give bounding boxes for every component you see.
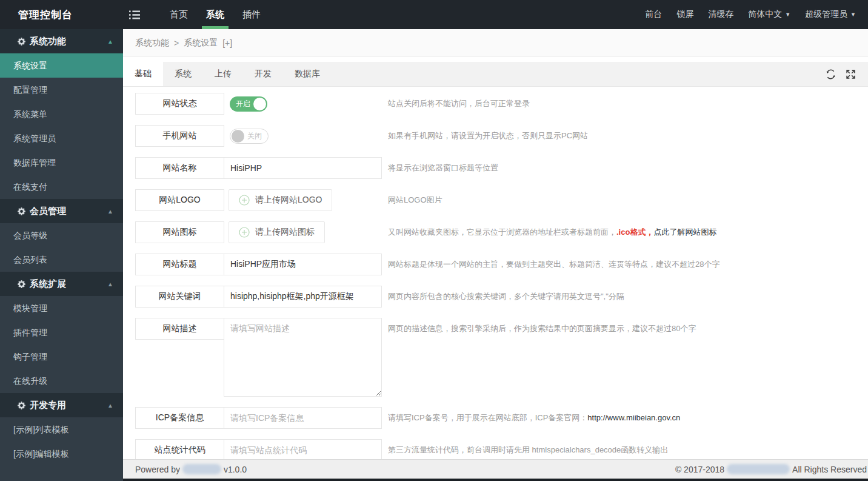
settings-form: 网站状态开启站点关闭后将不能访问，后台可正常登录手机网站关闭如果有手机网站，请设… (123, 87, 868, 459)
text-input[interactable] (224, 407, 382, 429)
field-help: 第三方流量统计代码，前台调用时请先用 htmlspecialchars_deco… (388, 439, 856, 459)
text-input[interactable] (224, 157, 382, 179)
help-link[interactable]: http://www.miibeian.gov.cn (587, 412, 680, 423)
page-footer: Powered by v1.0.0 © 2017-2018 All Rights… (123, 459, 868, 479)
menu-toggle-button[interactable] (123, 0, 146, 29)
upload-button-label: 请上传网站LOGO (255, 195, 322, 206)
toggle-switch[interactable]: 开启 (230, 96, 267, 112)
field-label: 网站描述 (135, 318, 224, 340)
text-input[interactable] (224, 254, 382, 275)
field-control (224, 439, 388, 459)
list-icon (129, 10, 140, 19)
nav-item-0[interactable]: 首页 (161, 0, 197, 29)
censored-blob (182, 464, 221, 474)
textarea-input[interactable] (224, 318, 382, 397)
sidebar-item-2-2[interactable]: 钩子管理 (0, 345, 123, 369)
tab-bar: 基础系统上传开发数据库 (123, 62, 868, 87)
sidebar-item-0-1[interactable]: 配置管理 (0, 78, 123, 102)
user-nav-item-1[interactable]: 锁屏 (669, 0, 701, 29)
help-link[interactable]: 点此了解网站图标 (653, 227, 716, 238)
sidebar-item-2-3[interactable]: 在线升级 (0, 369, 123, 393)
user-nav-item-4[interactable]: 超级管理员▼ (798, 0, 863, 29)
text-input[interactable] (224, 439, 382, 459)
upload-button[interactable]: 请上传网站LOGO (229, 189, 332, 211)
field-control: 请上传网站图标 (224, 221, 388, 243)
breadcrumb-parent[interactable]: 系统功能 (135, 38, 169, 49)
sidebar-item-0-4[interactable]: 数据库管理 (0, 150, 123, 175)
plus-circle-icon (239, 227, 250, 238)
field-label: ICP备案信息 (135, 407, 224, 429)
tab-4[interactable]: 数据库 (283, 62, 332, 86)
breadcrumb-add-tab-button[interactable]: [+] (222, 38, 232, 48)
sidebar-item-0-0[interactable]: 系统设置 (0, 53, 123, 78)
field-control (224, 254, 388, 275)
tabs-list: 基础系统上传开发数据库 (123, 62, 332, 86)
nav-item-2[interactable]: 插件 (233, 0, 270, 29)
refresh-button[interactable] (826, 69, 836, 79)
gear-icon (18, 38, 25, 45)
sidebar-item-0-5[interactable]: 在线支付 (0, 175, 123, 199)
gear-icon (18, 280, 25, 288)
user-nav-item-2[interactable]: 清缓存 (701, 0, 741, 29)
form-row-0: 网站状态开启站点关闭后将不能访问，后台可正常登录 (135, 93, 856, 115)
field-control: 请上传网站LOGO (224, 189, 388, 211)
form-row-2: 网站名称将显示在浏览器窗口标题等位置 (135, 157, 856, 179)
help-text: 如果有手机网站，请设置为开启状态，否则只显示PC网站 (388, 130, 588, 141)
nav-item-1[interactable]: 系统 (197, 0, 233, 29)
gear-icon (18, 207, 25, 215)
tab-1[interactable]: 系统 (163, 62, 203, 86)
field-label: 网站图标 (135, 221, 224, 243)
field-help: 站点关闭后将不能访问，后台可正常登录 (388, 93, 856, 115)
sidebar-item-0-2[interactable]: 系统菜单 (0, 102, 123, 126)
tab-3[interactable]: 开发 (243, 62, 283, 86)
sidebar-item-3-1[interactable]: [示例]编辑模板 (0, 442, 123, 466)
sidebar-item-2-0[interactable]: 模块管理 (0, 296, 123, 320)
plus-circle-icon (239, 195, 250, 206)
help-text: 网站LOGO图片 (388, 195, 442, 206)
toggle-switch[interactable]: 关闭 (230, 129, 269, 144)
field-help: 网页内容所包含的核心搜索关键词，多个关键字请用英文逗号","分隔 (388, 286, 856, 308)
sidebar-item-1-0[interactable]: 会员等级 (0, 223, 123, 247)
plus-circle-icon (239, 227, 250, 238)
user-nav-label: 清缓存 (708, 9, 733, 20)
sidebar-section-3[interactable]: 开发专用▲ (0, 393, 123, 417)
sidebar-item-1-1[interactable]: 会员列表 (0, 247, 123, 272)
sidebar-section-0[interactable]: 系统功能▲ (0, 29, 123, 53)
caret-up-icon: ▲ (107, 38, 113, 45)
form-row-9: 站点统计代码第三方流量统计代码，前台调用时请先用 htmlspecialchar… (135, 439, 856, 459)
field-label: 网站名称 (135, 157, 224, 179)
copyright-years: © 2017-2018 (675, 465, 724, 474)
tab-2[interactable]: 上传 (203, 62, 243, 86)
form-row-7: 网站描述网页的描述信息，搜索引擎采纳后，作为搜索结果中的页面摘要显示，建议不超过… (135, 318, 856, 397)
user-nav-item-0[interactable]: 前台 (638, 0, 669, 29)
form-row-4: 网站图标请上传网站图标又叫网站收藏夹图标，它显示位于浏览器的地址栏或者标题前面，… (135, 221, 856, 243)
gear-icon (18, 402, 25, 409)
app-logo[interactable]: 管理控制台 (0, 0, 123, 29)
sidebar-section-1[interactable]: 会员管理▲ (0, 199, 123, 223)
upload-button[interactable]: 请上传网站图标 (229, 221, 325, 243)
sidebar-item-3-0[interactable]: [示例]列表模板 (0, 417, 123, 442)
sidebar-item-2-1[interactable]: 插件管理 (0, 320, 123, 345)
field-help: 如果有手机网站，请设置为开启状态，否则只显示PC网站 (388, 125, 856, 147)
breadcrumb-current[interactable]: 系统设置 (184, 38, 218, 49)
copyright: © 2017-2018 All Rights Reserved (675, 464, 867, 474)
top-navbar: 管理控制台 首页系统插件 前台锁屏清缓存简体中文▼超级管理员▼ (0, 0, 868, 29)
sidebar-section-2[interactable]: 系统扩展▲ (0, 272, 123, 296)
field-label: 网站关键词 (135, 286, 224, 308)
gear-icon (18, 207, 25, 215)
user-nav: 前台锁屏清缓存简体中文▼超级管理员▼ (638, 0, 868, 29)
form-row-8: ICP备案信息请填写ICP备案号，用于展示在网站底部，ICP备案官网：http:… (135, 407, 856, 429)
field-help: 网站标题是体现一个网站的主旨，要做到主题突出、标题简洁、连贯等特点，建议不超过2… (388, 254, 856, 275)
field-label: 网站状态 (135, 93, 224, 115)
tab-0[interactable]: 基础 (123, 62, 163, 86)
text-input[interactable] (224, 286, 382, 308)
user-nav-item-3[interactable]: 简体中文▼ (741, 0, 798, 29)
sidebar-section-title: 会员管理 (30, 206, 66, 217)
form-row-5: 网站标题网站标题是体现一个网站的主旨，要做到主题突出、标题简洁、连贯等特点，建议… (135, 254, 856, 275)
help-text: 请填写ICP备案号，用于展示在网站底部，ICP备案官网： (388, 412, 587, 423)
censored-blob (727, 464, 790, 474)
breadcrumb: 系统功能 > 系统设置 [+] (123, 29, 868, 57)
toggle-label: 开启 (236, 99, 250, 109)
sidebar-item-0-3[interactable]: 系统管理员 (0, 126, 123, 150)
fullscreen-button[interactable] (846, 69, 856, 79)
